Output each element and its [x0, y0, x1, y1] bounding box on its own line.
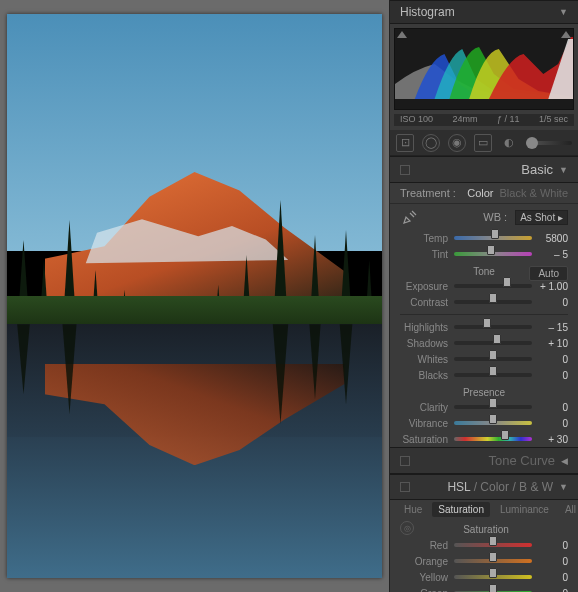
tone-curve-header[interactable]: Tone Curve ◀ — [390, 447, 578, 474]
eyedropper-icon[interactable] — [400, 207, 420, 227]
shadows-slider[interactable] — [454, 337, 532, 349]
shadows-value[interactable]: + 10 — [538, 338, 568, 349]
hsl-yellow-value[interactable]: 0 — [538, 572, 568, 583]
preview-image[interactable] — [7, 14, 382, 578]
highlights-row: Highlights – 15 — [390, 319, 578, 335]
vibrance-value[interactable]: 0 — [538, 418, 568, 429]
whites-value[interactable]: 0 — [538, 354, 568, 365]
presence-label: Presence — [390, 383, 578, 399]
panel-switch-icon[interactable] — [400, 456, 410, 466]
tab-hue[interactable]: Hue — [398, 502, 428, 517]
blacks-label: Blacks — [400, 370, 448, 381]
collapse-icon: ◀ — [561, 456, 568, 466]
collapse-icon: ▼ — [559, 165, 568, 175]
tab-saturation[interactable]: Saturation — [432, 502, 490, 517]
exposure-value[interactable]: + 1.00 — [538, 281, 568, 292]
tint-row: Tint – 5 — [390, 246, 578, 262]
temp-label: Temp — [400, 233, 448, 244]
hsl-green-value[interactable]: 0 — [538, 588, 568, 593]
vibrance-slider[interactable] — [454, 417, 532, 429]
redeye-tool-icon[interactable]: ◉ — [448, 134, 466, 152]
hsl-title: HSL / Color / B & W — [414, 480, 553, 494]
hsl-yellow-slider[interactable] — [454, 571, 532, 583]
hsl-orange-value[interactable]: 0 — [538, 556, 568, 567]
tab-all[interactable]: All — [559, 502, 578, 517]
hsl-yellow-label: Yellow — [400, 572, 448, 583]
hsl-orange-row: Orange 0 — [390, 553, 578, 569]
hsl-red-slider[interactable] — [454, 539, 532, 551]
hsl-red-label: Red — [400, 540, 448, 551]
hsl-green-slider[interactable] — [454, 587, 532, 592]
exposure-label: Exposure — [400, 281, 448, 292]
spot-tool-icon[interactable]: ◯ — [422, 134, 440, 152]
exposure-slider[interactable] — [454, 280, 532, 292]
clarity-value[interactable]: 0 — [538, 402, 568, 413]
wb-select[interactable]: As Shot ▸ — [515, 210, 568, 225]
vibrance-row: Vibrance 0 — [390, 415, 578, 431]
auto-button[interactable]: Auto — [529, 266, 568, 281]
highlights-label: Highlights — [400, 322, 448, 333]
temp-value[interactable]: 5800 — [538, 233, 568, 244]
saturation-value[interactable]: + 30 — [538, 434, 568, 445]
hsl-red-value[interactable]: 0 — [538, 540, 568, 551]
develop-panel: Histogram ▼ ISO 100 24mm ƒ / 11 1/5 sec … — [389, 0, 578, 592]
histogram-display[interactable] — [394, 28, 574, 110]
exif-info: ISO 100 24mm ƒ / 11 1/5 sec — [394, 114, 574, 126]
radial-tool-icon[interactable]: ◐ — [500, 134, 518, 152]
gradient-tool-icon[interactable]: ▭ — [474, 134, 492, 152]
blacks-row: Blacks 0 — [390, 367, 578, 383]
treatment-label: Treatment : — [400, 187, 456, 199]
hsl-orange-slider[interactable] — [454, 555, 532, 567]
highlights-value[interactable]: – 15 — [538, 322, 568, 333]
clarity-label: Clarity — [400, 402, 448, 413]
blacks-slider[interactable] — [454, 369, 532, 381]
tab-luminance[interactable]: Luminance — [494, 502, 555, 517]
shadows-row: Shadows + 10 — [390, 335, 578, 351]
treatment-color[interactable]: Color — [467, 187, 493, 199]
treatment-bw[interactable]: Black & White — [500, 187, 568, 199]
histogram-header[interactable]: Histogram ▼ — [390, 0, 578, 24]
shadows-label: Shadows — [400, 338, 448, 349]
whites-label: Whites — [400, 354, 448, 365]
tone-label: Tone — [473, 266, 495, 277]
collapse-icon: ▼ — [559, 7, 568, 17]
image-preview-area — [0, 0, 389, 592]
hsl-green-row: Green 0 — [390, 585, 578, 592]
wb-label: WB : — [483, 211, 507, 223]
exif-focal: 24mm — [452, 114, 477, 124]
basic-header[interactable]: Basic ▼ — [390, 156, 578, 183]
treatment-row: Treatment : Color Black & White — [390, 183, 578, 204]
contrast-value[interactable]: 0 — [538, 297, 568, 308]
tone-section: Tone Auto — [390, 262, 578, 278]
highlights-slider[interactable] — [454, 321, 532, 333]
shadow-clip-icon[interactable] — [397, 31, 407, 38]
panel-switch-icon[interactable] — [400, 165, 410, 175]
hsl-green-label: Green — [400, 588, 448, 593]
contrast-label: Contrast — [400, 297, 448, 308]
tint-value[interactable]: – 5 — [538, 249, 568, 260]
exif-aperture: ƒ / 11 — [497, 114, 520, 124]
brush-tool-icon[interactable] — [526, 141, 572, 145]
contrast-slider[interactable] — [454, 296, 532, 308]
crop-tool-icon[interactable]: ⊡ — [396, 134, 414, 152]
blacks-value[interactable]: 0 — [538, 370, 568, 381]
collapse-icon: ▼ — [559, 482, 568, 492]
tint-slider[interactable] — [454, 248, 532, 260]
vibrance-label: Vibrance — [400, 418, 448, 429]
highlight-clip-icon[interactable] — [561, 31, 571, 38]
saturation-row: Saturation + 30 — [390, 431, 578, 447]
histogram-title: Histogram — [400, 5, 455, 19]
panel-switch-icon[interactable] — [400, 482, 410, 492]
hsl-header[interactable]: HSL / Color / B & W ▼ — [390, 474, 578, 500]
hsl-yellow-row: Yellow 0 — [390, 569, 578, 585]
targeted-adjust-icon[interactable]: ◎ — [400, 521, 414, 535]
temp-slider[interactable] — [454, 232, 532, 244]
hsl-tabs: Hue Saturation Luminance All — [390, 500, 578, 519]
hsl-section-label: Saturation — [424, 520, 578, 536]
whites-slider[interactable] — [454, 353, 532, 365]
wb-row: WB : As Shot ▸ — [390, 204, 578, 230]
hsl-red-row: Red 0 — [390, 537, 578, 553]
hsl-orange-label: Orange — [400, 556, 448, 567]
saturation-slider[interactable] — [454, 433, 532, 445]
clarity-slider[interactable] — [454, 401, 532, 413]
